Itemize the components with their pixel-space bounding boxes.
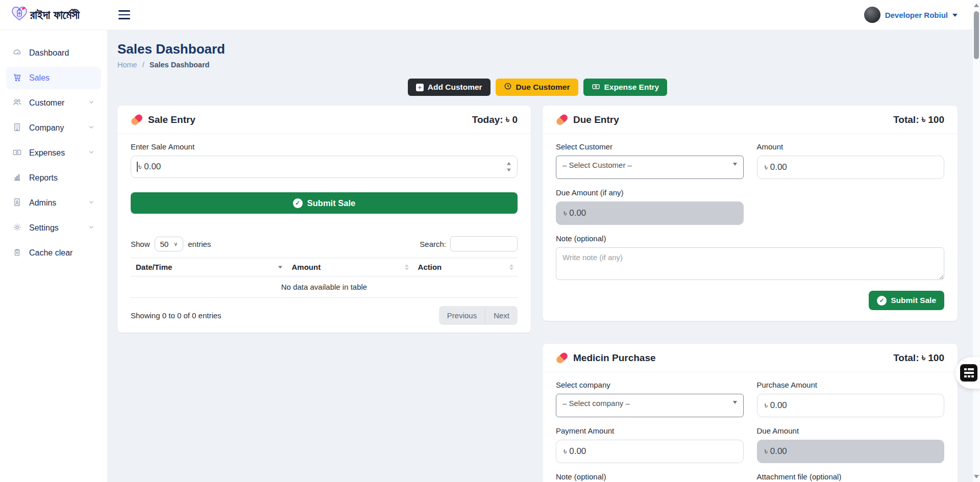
scroll-up-arrow[interactable]	[974, 4, 979, 7]
sidebar-item-expenses[interactable]: Expenses	[6, 142, 101, 164]
expense-entry-button[interactable]: Expense Entry	[583, 79, 668, 96]
purchase-amount-input[interactable]	[757, 394, 945, 417]
column-header-action[interactable]: Action	[413, 258, 518, 276]
select-company-label: Select company	[556, 380, 744, 389]
sale-amount-input[interactable]	[131, 156, 518, 178]
chevron-down-icon: ∨	[174, 241, 178, 247]
next-page-button[interactable]: Next	[485, 306, 518, 325]
breadcrumb-separator: /	[142, 61, 144, 69]
chevron-down-icon	[88, 223, 95, 233]
sidebar-item-label: Cache clear	[29, 248, 72, 258]
gear-icon	[12, 222, 22, 234]
sort-icon	[509, 264, 513, 270]
submit-due-button[interactable]: ✓ Submit Sale	[869, 291, 944, 310]
building-icon	[12, 122, 22, 134]
select-customer-label: Select Customer	[556, 142, 744, 151]
breadcrumb-current: Sales Dashboard	[150, 61, 210, 69]
today-total: Today: ৳ 0	[472, 114, 518, 125]
brand[interactable]: রাইদা ফার্মেসী	[10, 6, 108, 24]
due-total: Total: ৳ 100	[893, 114, 944, 125]
medicine-purchase-title: Medicin Purchase	[556, 352, 656, 364]
chevron-down-icon	[88, 123, 95, 133]
sidebar-item-dashboard[interactable]: Dashboard	[6, 42, 101, 64]
sidebar: Dashboard Sales Customer Company Expense…	[0, 30, 107, 482]
sort-desc-icon	[278, 266, 282, 268]
sidebar-item-label: Settings	[29, 223, 59, 233]
table-widget-icon	[960, 364, 977, 382]
users-icon	[12, 97, 22, 109]
top-navbar: রাইদা ফার্মেসী Developer Robiul	[0, 0, 980, 30]
sidebar-item-cache-clear[interactable]: Cache clear	[6, 242, 101, 264]
attachment-label: Attachment file (optional)	[757, 472, 945, 481]
trash-icon	[12, 247, 22, 259]
sidebar-item-label: Company	[29, 123, 64, 133]
id-badge-icon	[12, 197, 22, 209]
banknote-icon	[12, 147, 22, 159]
sidebar-item-admins[interactable]: Admins	[6, 192, 101, 214]
payment-amount-label: Payment Amount	[556, 426, 744, 435]
column-header-datetime[interactable]: Date/Time	[131, 258, 286, 276]
check-circle-icon: ✓	[877, 296, 887, 306]
sidebar-item-reports[interactable]: Reports	[6, 167, 101, 189]
sidebar-item-customer[interactable]: Customer	[6, 92, 101, 114]
caret-down-icon	[733, 163, 737, 166]
sidebar-item-label: Expenses	[29, 148, 65, 158]
sidebar-item-label: Sales	[29, 73, 50, 83]
entries-label: entries	[188, 240, 211, 248]
user-menu[interactable]: Developer Robiul	[864, 7, 958, 23]
due-amount-input[interactable]	[757, 156, 945, 179]
add-customer-button[interactable]: + Add Customer	[408, 79, 491, 96]
payment-amount-input[interactable]	[556, 440, 744, 463]
empty-message: No data available in table	[131, 276, 518, 298]
sales-table: Date/Time Amount Action	[131, 258, 518, 298]
sidebar-item-settings[interactable]: Settings	[6, 217, 101, 239]
scroll-down-arrow[interactable]	[974, 475, 979, 478]
pill-icon	[130, 113, 144, 126]
brand-heart-logo-icon	[10, 6, 29, 24]
number-spinner[interactable]	[507, 162, 511, 172]
purchase-amount-label: Purchase Amount	[757, 380, 945, 389]
caret-down-icon	[733, 401, 737, 404]
show-label: Show	[131, 240, 150, 248]
purchase-due-disabled-input	[757, 440, 945, 463]
due-customer-button[interactable]: Due Customer	[496, 79, 578, 96]
scrollbar	[973, 0, 980, 482]
due-amount-ifany-label: Due Amount (if any)	[556, 188, 744, 197]
text-cursor	[137, 162, 138, 172]
search-input[interactable]	[450, 236, 518, 251]
breadcrumb-home-link[interactable]: Home	[117, 61, 137, 69]
company-select[interactable]: – Select company –	[556, 394, 744, 417]
sidebar-item-label: Customer	[29, 98, 64, 108]
cart-icon	[12, 72, 22, 84]
sidebar-item-label: Dashboard	[29, 48, 69, 58]
sale-amount-label: Enter Sale Amount	[131, 142, 518, 151]
clock-icon	[504, 82, 512, 92]
sidebar-item-label: Admins	[29, 198, 56, 208]
banknote-icon	[592, 82, 600, 93]
brand-name: রাইদা ফার্মেসী	[30, 8, 80, 22]
note-textarea[interactable]	[556, 247, 944, 280]
sidebar-item-company[interactable]: Company	[6, 117, 101, 139]
sale-entry-card: Sale Entry Today: ৳ 0 Enter Sale Amount …	[117, 106, 531, 333]
table-info: Showing 0 to 0 of 0 entries	[131, 311, 222, 320]
hamburger-icon	[118, 10, 130, 12]
menu-toggle-button[interactable]	[116, 8, 132, 21]
caret-down-icon	[952, 14, 958, 17]
chevron-down-icon	[88, 98, 95, 108]
page-size-select[interactable]: 50 ∨	[155, 237, 184, 251]
scrollbar-thumb[interactable]	[974, 11, 979, 59]
submit-sale-button[interactable]: ✓ Submit Sale	[131, 192, 518, 214]
bar-chart-icon	[12, 172, 22, 184]
check-circle-icon: ✓	[293, 198, 303, 208]
customer-select[interactable]: – Select Customer –	[556, 156, 744, 179]
sidebar-item-sales[interactable]: Sales	[6, 67, 101, 89]
sale-entry-title: Sale Entry	[131, 114, 195, 125]
previous-page-button[interactable]: Previous	[439, 306, 485, 325]
plus-icon: +	[416, 84, 424, 91]
column-header-amount[interactable]: Amount	[286, 258, 412, 276]
quick-actions: + Add Customer Due Customer Expense Entr…	[117, 79, 958, 96]
purchase-note-label: Note (optional)	[556, 472, 744, 481]
due-amount-label: Amount	[757, 142, 945, 151]
page-title: Sales Dashboard	[117, 41, 958, 57]
main-content: Sales Dashboard Home / Sales Dashboard +…	[107, 30, 980, 482]
